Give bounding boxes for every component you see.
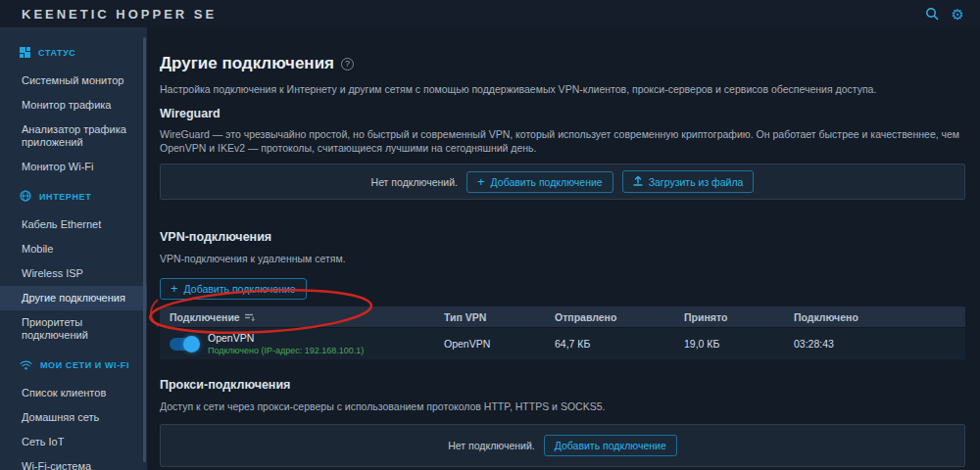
plus-icon: + xyxy=(477,177,485,187)
sidebar-item-other-connections[interactable]: Другие подключения xyxy=(0,286,147,310)
sidebar-item-wifi-monitor[interactable]: Монитор Wi-Fi xyxy=(0,155,147,179)
sidebar-item-client-list[interactable]: Список клиентов xyxy=(0,381,147,405)
plus-icon: + xyxy=(171,284,178,294)
button-label: Добавить подключение xyxy=(555,440,666,451)
main-content: Другие подключения ? Настройка подключен… xyxy=(147,27,980,470)
sidebar-item-iot-network[interactable]: Сеть IoT xyxy=(0,430,147,454)
button-label: Загрузить из файла xyxy=(649,176,744,188)
page-description: Настройка подключения к Интернету и друг… xyxy=(160,82,965,96)
column-header-sent[interactable]: Отправлено xyxy=(545,311,674,323)
sidebar-item-mobile[interactable]: Mobile xyxy=(0,237,147,261)
wireguard-empty-text: Нет подключений. xyxy=(371,176,458,188)
wifi-icon xyxy=(20,356,32,374)
column-header-received[interactable]: Принято xyxy=(674,311,784,323)
sidebar-item-wireless-isp[interactable]: Wireless ISP xyxy=(0,261,147,286)
vpn-type-cell: OpenVPN xyxy=(434,338,545,350)
button-label: Добавить подключение xyxy=(491,176,603,188)
sidebar: СТАТУС Системный монитор Монитор трафика… xyxy=(0,27,147,470)
received-cell: 19,0 КБ xyxy=(674,338,784,350)
sidebar-item-system-monitor[interactable]: Системный монитор xyxy=(0,69,147,93)
globe-icon xyxy=(20,188,31,206)
sidebar-item-traffic-monitor[interactable]: Монитор трафика xyxy=(0,93,147,118)
page-title-row: Другие подключения ? xyxy=(160,54,965,73)
connection-name[interactable]: OpenVPN xyxy=(208,332,364,344)
proxy-add-connection-button[interactable]: Добавить подключение xyxy=(544,435,677,456)
proxy-section-title: Прокси-подключения xyxy=(160,378,965,392)
sort-icon[interactable] xyxy=(245,311,255,323)
keenetic-admin-app: KEENETIC HOPPER SE ⚙ СТАТУС Системный мо… xyxy=(0,0,980,470)
vpn-add-connection-button[interactable]: + Добавить подключение xyxy=(160,278,307,300)
sidebar-item-connection-priorities[interactable]: Приоритеты подключений xyxy=(0,310,147,348)
sidebar-item-wifi-system[interactable]: Wi-Fi-система xyxy=(0,454,147,470)
wireguard-section-title: Wireguard xyxy=(160,107,965,120)
dashboard-grid-icon xyxy=(20,44,30,62)
proxy-description: Доступ к сети через прокси-серверы с исп… xyxy=(160,400,965,413)
topbar-icons: ⚙ xyxy=(925,7,964,22)
proxy-empty-text: Нет подключений. xyxy=(448,440,534,451)
sidebar-section-my-networks[interactable]: МОИ СЕТИ И WI-FI xyxy=(0,348,147,381)
gear-icon[interactable]: ⚙ xyxy=(952,7,964,22)
sidebar-section-internet[interactable]: ИНТЕРНЕТ xyxy=(0,179,147,212)
sidebar-item-app-traffic-analyzer[interactable]: Анализатор трафика приложений xyxy=(0,118,147,155)
wireguard-description: WireGuard — это чрезвычайно простой, но … xyxy=(160,127,965,155)
upload-icon xyxy=(633,175,643,188)
connection-name-block: OpenVPN Подключено (IP-адрес: 192.168.10… xyxy=(208,332,364,355)
button-label: Добавить подключение xyxy=(184,283,296,295)
column-header-connected[interactable]: Подключено xyxy=(784,311,965,323)
vpn-connections-table: Подключение Тип VPN Отправлено Принято П… xyxy=(160,306,965,359)
proxy-empty-panel: Нет подключений. Добавить подключение xyxy=(160,424,965,467)
help-icon[interactable]: ? xyxy=(341,58,354,70)
column-header-connection[interactable]: Подключение xyxy=(160,311,434,323)
sidebar-scrollbar[interactable] xyxy=(143,37,146,462)
page-title: Другие подключения xyxy=(160,54,334,73)
column-header-vpn-type[interactable]: Тип VPN xyxy=(434,311,545,323)
sidebar-section-label: ИНТЕРНЕТ xyxy=(39,192,91,202)
column-label: Подключение xyxy=(170,311,240,323)
connection-cell: OpenVPN Подключено (IP-адрес: 192.168.10… xyxy=(160,332,434,355)
sent-cell: 64,7 КБ xyxy=(545,338,674,350)
connected-time-cell: 03:28:43 xyxy=(784,338,965,350)
wireguard-add-connection-button[interactable]: + Добавить подключение xyxy=(466,171,613,193)
table-header-row: Подключение Тип VPN Отправлено Принято П… xyxy=(160,306,965,327)
table-row[interactable]: OpenVPN Подключено (IP-адрес: 192.168.10… xyxy=(160,327,965,359)
wireguard-upload-file-button[interactable]: Загрузить из файла xyxy=(622,170,755,193)
sidebar-item-ethernet-cable[interactable]: Кабель Ethernet xyxy=(0,212,147,237)
brand-logo: KEENETIC HOPPER SE xyxy=(22,7,217,22)
vpn-section-title: VPN-подключения xyxy=(160,230,965,244)
wireguard-empty-panel: Нет подключений. + Добавить подключение … xyxy=(160,164,965,200)
sidebar-section-label: МОИ СЕТИ И WI-FI xyxy=(40,360,129,370)
connection-enabled-toggle[interactable] xyxy=(170,338,198,351)
search-icon[interactable] xyxy=(925,7,939,21)
sidebar-section-status[interactable]: СТАТУС xyxy=(0,35,147,69)
connection-status: Подключено (IP-адрес: 192.168.100.1) xyxy=(208,346,364,355)
topbar: KEENETIC HOPPER SE ⚙ xyxy=(0,0,980,27)
sidebar-item-home-network[interactable]: Домашняя сеть xyxy=(0,405,147,430)
vpn-description: VPN-подключения к удаленным сетям. xyxy=(160,252,965,265)
toggle-knob xyxy=(183,336,200,352)
sidebar-section-label: СТАТУС xyxy=(38,48,75,58)
